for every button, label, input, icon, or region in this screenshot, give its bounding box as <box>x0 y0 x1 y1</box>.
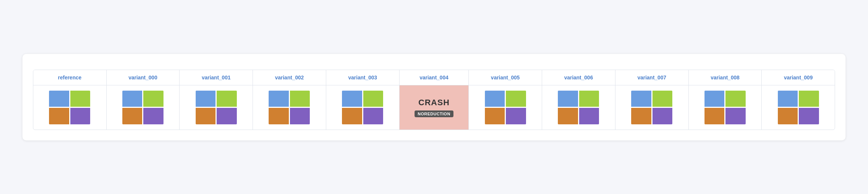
noreduction-badge: NOREDUCTION <box>415 110 453 117</box>
chart-variant_005 <box>485 91 526 124</box>
chart-cell-cell-tl <box>342 91 362 107</box>
crash-text: CRASH <box>418 98 449 107</box>
crash-container: CRASHNOREDUCTION <box>403 91 466 124</box>
col-cell-variant_003 <box>326 85 399 130</box>
col-header-variant_001: variant_001 <box>180 70 253 85</box>
table: referencevariant_000variant_001variant_0… <box>33 70 835 130</box>
col-header-variant_009: variant_009 <box>762 70 835 85</box>
chart-cell-cell-br <box>290 108 310 124</box>
col-cell-variant_000 <box>106 85 180 130</box>
chart-cell-cell-bl <box>705 108 725 124</box>
col-header-variant_003: variant_003 <box>326 70 399 85</box>
chart-cell-cell-bl <box>485 108 505 124</box>
chart-variant_001 <box>196 91 237 124</box>
chart-cell-cell-br <box>652 108 673 124</box>
chart-cell-cell-br <box>506 108 526 124</box>
chart-cell-cell-br <box>363 108 383 124</box>
col-cell-variant_008 <box>688 85 762 130</box>
chart-variant_009 <box>778 91 819 124</box>
chart-cell-cell-tr <box>799 91 819 107</box>
chart-cell-cell-tr <box>70 91 91 107</box>
chart-cell-cell-bl <box>49 108 69 124</box>
chart-cell-cell-br <box>799 108 819 124</box>
col-header-variant_005: variant_005 <box>469 70 542 85</box>
chart-cell-cell-tl <box>49 91 69 107</box>
chart-variant_003 <box>342 91 383 124</box>
col-header-variant_004: variant_004 <box>399 70 469 85</box>
col-cell-variant_001 <box>180 85 253 130</box>
chart-cell-cell-tl <box>485 91 505 107</box>
chart-variant_002 <box>269 91 310 124</box>
col-cell-variant_006 <box>542 85 615 130</box>
chart-cell-cell-tr <box>143 91 163 107</box>
col-cell-variant_005 <box>469 85 542 130</box>
chart-reference <box>49 91 90 124</box>
col-header-variant_007: variant_007 <box>615 70 688 85</box>
chart-cell-cell-tr <box>579 91 599 107</box>
chart-cell-cell-bl <box>196 108 216 124</box>
chart-cell-cell-br <box>217 108 237 124</box>
chart-cell-cell-bl <box>631 108 651 124</box>
header-row: referencevariant_000variant_001variant_0… <box>33 70 835 85</box>
chart-cell-cell-bl <box>122 108 143 124</box>
col-cell-variant_002 <box>253 85 326 130</box>
col-header-variant_002: variant_002 <box>253 70 326 85</box>
chart-variant_006 <box>558 91 599 124</box>
chart-cell-cell-tl <box>705 91 725 107</box>
col-header-reference: reference <box>33 70 106 85</box>
col-cell-reference <box>33 85 106 130</box>
chart-cell-cell-bl <box>558 108 578 124</box>
chart-cell-cell-br <box>579 108 599 124</box>
chart-variant_007 <box>631 91 672 124</box>
col-header-variant_000: variant_000 <box>106 70 180 85</box>
results-card: referencevariant_000variant_001variant_0… <box>22 54 846 140</box>
chart-cell-cell-tr <box>363 91 383 107</box>
col-header-variant_006: variant_006 <box>542 70 615 85</box>
chart-cell-cell-tl <box>558 91 578 107</box>
col-header-variant_008: variant_008 <box>688 70 762 85</box>
chart-cell-cell-tl <box>196 91 216 107</box>
chart-cell-cell-br <box>143 108 163 124</box>
chart-cell-cell-tr <box>290 91 310 107</box>
chart-cell-cell-tl <box>269 91 289 107</box>
chart-cell-cell-tr <box>652 91 673 107</box>
chart-cell-cell-bl <box>342 108 362 124</box>
chart-cell-cell-tr <box>725 91 746 107</box>
col-cell-variant_009 <box>762 85 835 130</box>
results-table: referencevariant_000variant_001variant_0… <box>33 70 835 130</box>
col-cell-variant_004: CRASHNOREDUCTION <box>399 85 469 130</box>
col-cell-variant_007 <box>615 85 688 130</box>
data-row: CRASHNOREDUCTION <box>33 85 835 130</box>
chart-cell-cell-br <box>725 108 746 124</box>
chart-cell-cell-bl <box>778 108 798 124</box>
chart-cell-cell-tr <box>506 91 526 107</box>
chart-cell-cell-tl <box>122 91 143 107</box>
chart-cell-cell-tl <box>631 91 651 107</box>
chart-cell-cell-bl <box>269 108 289 124</box>
chart-cell-cell-br <box>70 108 91 124</box>
chart-cell-cell-tl <box>778 91 798 107</box>
chart-variant_000 <box>122 91 163 124</box>
chart-variant_008 <box>705 91 746 124</box>
chart-cell-cell-tr <box>217 91 237 107</box>
